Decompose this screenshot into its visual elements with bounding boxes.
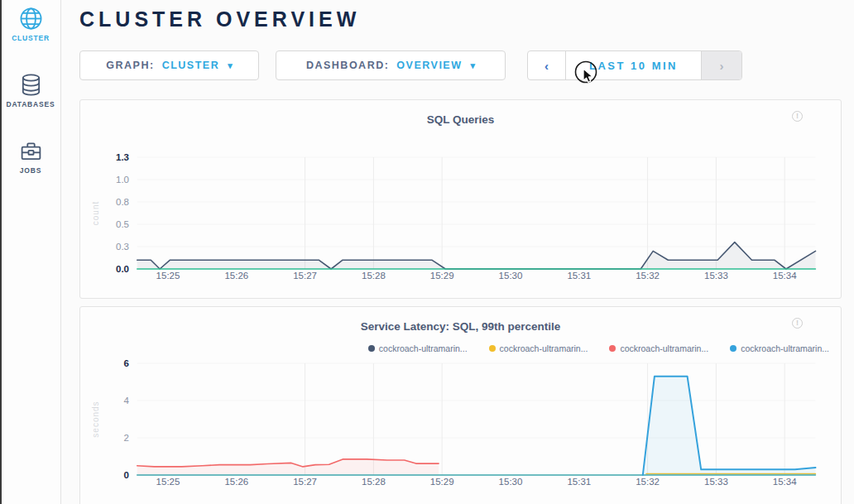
legend-item[interactable]: cockroach-ultramarin... [489,343,588,353]
sidebar-item-databases[interactable]: DATABASES [2,73,60,108]
legend-dot-icon [609,345,616,352]
svg-text:0.3: 0.3 [116,242,129,252]
databases-icon [2,73,60,97]
sql-queries-chart[interactable]: 0.00.30.50.81.01.315:2515:2615:2715:2815… [80,142,842,295]
svg-text:0.8: 0.8 [116,197,129,207]
graph-dropdown[interactable]: GRAPH: CLUSTER ▾ [79,50,259,80]
legend-dot-icon [730,345,736,352]
svg-text:15:33: 15:33 [704,271,728,281]
sidebar-item-label: JOBS [2,166,60,175]
svg-text:1.3: 1.3 [116,152,129,162]
legend-item[interactable]: cockroach-ultramarin... [730,343,829,353]
dashboard-dropdown[interactable]: DASHBOARD: OVERVIEW ▾ [276,50,506,80]
graph-dropdown-label: GRAPH: [106,60,154,71]
legend-label: cockroach-ultramarin... [500,343,588,353]
legend-label: cockroach-ultramarin... [379,343,468,353]
svg-text:count: count [91,201,100,225]
sidebar-item-label: DATABASES [2,100,60,108]
time-next-button[interactable]: › [701,51,741,79]
time-prev-button[interactable]: ‹ [528,51,566,79]
svg-text:15:26: 15:26 [224,271,248,281]
svg-text:0: 0 [124,470,129,480]
svg-text:seconds: seconds [91,401,100,437]
legend-item[interactable]: cockroach-ultramarin... [609,343,708,353]
app-window: CLUSTER DATABASES [0,0,854,504]
chevron-down-icon: ▾ [471,60,476,71]
time-range-selector: ‹ LAST 10 MIN › [527,50,742,80]
legend-label: cockroach-ultramarin... [741,343,829,353]
service-latency-card: Service Latency: SQL, 99th percentile ! … [79,306,842,504]
svg-text:15:28: 15:28 [362,271,386,281]
legend-item[interactable]: cockroach-ultramarin... [368,343,468,353]
dashboard-dropdown-value: OVERVIEW [396,60,462,71]
svg-text:2: 2 [124,433,129,443]
svg-text:0.0: 0.0 [116,264,129,274]
svg-text:4: 4 [124,396,130,406]
sidebar: CLUSTER DATABASES [0,0,61,504]
svg-text:15:27: 15:27 [293,271,317,281]
svg-text:15:32: 15:32 [636,271,660,281]
svg-text:15:25: 15:25 [156,271,180,281]
svg-text:15:34: 15:34 [773,271,797,281]
chevron-down-icon: ▾ [228,60,233,71]
chevron-right-icon: › [720,59,724,73]
service-latency-chart[interactable]: 024615:2515:2615:2715:2815:2915:3015:311… [80,355,842,504]
chevron-left-icon: ‹ [545,59,549,73]
legend-label: cockroach-ultramarin... [620,343,708,353]
svg-text:15:31: 15:31 [567,477,591,487]
svg-text:15:34: 15:34 [773,477,797,487]
info-icon[interactable]: ! [792,318,803,329]
svg-text:15:33: 15:33 [704,477,728,487]
svg-text:15:28: 15:28 [362,477,386,487]
info-icon[interactable]: ! [792,111,803,122]
time-range-value[interactable]: LAST 10 MIN [566,51,701,79]
sql-queries-card: SQL Queries ! 0.00.30.50.81.01.315:2515:… [79,99,842,299]
svg-text:15:26: 15:26 [224,477,248,487]
page-title: CLUSTER OVERVIEW [79,7,360,31]
globe-icon [2,7,60,31]
sidebar-item-label: CLUSTER [2,34,60,42]
jobs-briefcase-icon [2,139,60,163]
sidebar-item-jobs[interactable]: JOBS [2,139,60,175]
chart-title: Service Latency: SQL, 99th percentile [80,320,841,333]
svg-text:15:30: 15:30 [499,477,523,487]
svg-text:15:32: 15:32 [636,477,660,487]
legend-dot-icon [368,345,375,352]
svg-text:15:29: 15:29 [430,477,454,487]
svg-text:6: 6 [124,358,129,368]
svg-text:15:27: 15:27 [293,477,317,487]
svg-text:15:31: 15:31 [567,271,591,281]
sidebar-item-cluster[interactable]: CLUSTER [2,7,60,42]
svg-text:1.0: 1.0 [116,175,129,185]
chart-title: SQL Queries [80,113,841,126]
graph-dropdown-value: CLUSTER [162,60,220,71]
svg-text:15:29: 15:29 [430,271,454,281]
svg-text:0.5: 0.5 [116,219,129,229]
svg-text:15:25: 15:25 [156,477,180,487]
legend-dot-icon [489,345,496,352]
svg-text:15:30: 15:30 [499,271,523,281]
dashboard-dropdown-label: DASHBOARD: [306,60,389,71]
chart-legend: cockroach-ultramarin...cockroach-ultrama… [368,343,829,353]
